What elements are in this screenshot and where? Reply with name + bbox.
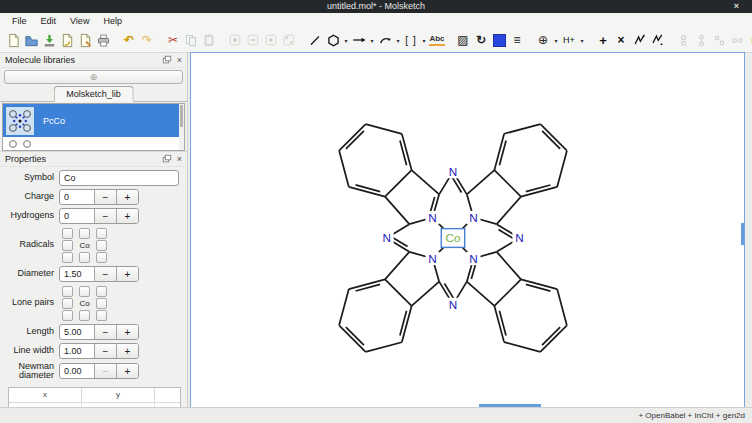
library-settings-button[interactable]: ⊛ (4, 70, 183, 84)
menu-help[interactable]: Help (96, 16, 129, 26)
zoom-fit-button[interactable] (280, 31, 298, 49)
bracket-tool-dropdown-caret[interactable]: ▾ (420, 37, 428, 44)
length-minus-button[interactable]: − (94, 325, 116, 339)
diameter-stepper: 1.50 − + (59, 266, 139, 282)
hydrogens-minus-button[interactable]: − (94, 209, 116, 223)
radical-checkbox[interactable] (96, 252, 107, 263)
bracket-tool-button[interactable]: [ ] (402, 31, 420, 49)
redo-button[interactable]: ↷ (138, 31, 156, 49)
charge-tool-button[interactable]: ⊕ (534, 31, 552, 49)
radical-checkbox[interactable] (62, 240, 73, 251)
molecule-drawing[interactable]: CoNNNNNNNN (328, 113, 578, 363)
hatch-tool-button[interactable]: ▨ (454, 31, 472, 49)
diameter-plus-button[interactable]: + (116, 267, 138, 281)
menu-edit[interactable]: Edit (34, 16, 64, 26)
length-plus-button[interactable]: + (116, 325, 138, 339)
open-file-button[interactable] (22, 31, 40, 49)
ring-tool-dropdown-caret[interactable]: ▾ (342, 37, 350, 44)
lone-pair-checkbox[interactable] (96, 310, 107, 321)
flip-horizontal-button[interactable] (630, 31, 648, 49)
line-width-plus-button[interactable]: + (116, 344, 138, 358)
zoom-original-button[interactable] (262, 31, 280, 49)
lone-pair-checkbox[interactable] (79, 286, 90, 297)
line-width-value[interactable]: 1.00 (60, 344, 94, 358)
paste-button[interactable] (200, 31, 218, 49)
ring-tool-icon (326, 33, 341, 48)
hydrogens-value[interactable]: 0 (60, 209, 94, 223)
rotate-tool-button[interactable]: ↻ (472, 31, 490, 49)
radical-checkbox[interactable] (79, 252, 90, 263)
mechanism-arrow-tool-button[interactable] (376, 31, 394, 49)
charge-value[interactable]: 0 (60, 190, 94, 204)
draw-tool-button[interactable] (306, 31, 324, 49)
radical-checkbox[interactable] (62, 252, 73, 263)
drawing-canvas[interactable]: CoNNNNNNNN (190, 52, 745, 408)
radical-checkbox[interactable] (79, 228, 90, 239)
newman-diameter-value[interactable]: 0.00 (60, 364, 94, 378)
close-panel-icon[interactable]: × (177, 56, 182, 65)
charge-plus-button[interactable]: + (116, 190, 138, 204)
zoom-in-button[interactable] (226, 31, 244, 49)
copy-button[interactable] (182, 31, 200, 49)
radical-checkbox[interactable] (62, 228, 73, 239)
charge-minus-button[interactable]: − (94, 190, 116, 204)
text-tool-icon: Abc (429, 34, 444, 46)
menu-view[interactable]: View (63, 16, 96, 26)
float-panel-icon[interactable] (162, 154, 172, 164)
canvas-vertical-scrollbar-thumb[interactable] (741, 223, 744, 245)
new-file-button[interactable] (4, 31, 22, 49)
newman-diameter-plus-button[interactable]: + (116, 364, 138, 378)
save-as-file-button[interactable] (58, 31, 76, 49)
text-tool-button[interactable]: Abc (428, 31, 446, 49)
delete-tool-button[interactable]: × (612, 31, 630, 49)
hydrogen-tool-button[interactable]: H+ (560, 31, 578, 49)
svg-text:N: N (449, 165, 457, 178)
flip-vertical-button[interactable] (648, 31, 666, 49)
menu-file[interactable]: File (5, 16, 34, 26)
newman-diameter-minus-button[interactable]: − (94, 364, 116, 378)
hydrogens-plus-button[interactable]: + (116, 209, 138, 223)
distribute-horizontal-button[interactable] (728, 31, 746, 49)
radical-checkbox[interactable] (96, 240, 107, 251)
lone-pair-checkbox[interactable] (62, 310, 73, 321)
reaction-arrow-tool-button[interactable] (350, 31, 368, 49)
radical-checkbox[interactable] (96, 228, 107, 239)
print-button[interactable] (94, 31, 112, 49)
lone-pair-checkbox[interactable] (62, 286, 73, 297)
tab-molsketch-lib[interactable]: Molsketch_lib (53, 86, 134, 102)
zoom-out-button[interactable] (244, 31, 262, 49)
lone-pair-checkbox[interactable] (96, 286, 107, 297)
charge-tool-dropdown-caret[interactable]: ▾ (552, 37, 560, 44)
library-scrollbar[interactable] (179, 104, 184, 150)
lone-pair-checkbox[interactable] (96, 298, 107, 309)
align-vertical-button[interactable] (674, 31, 692, 49)
toolbar-overflow-button[interactable]: ▶ (746, 31, 752, 49)
lone-pair-checkbox[interactable] (62, 298, 73, 309)
ring-tool-button[interactable] (324, 31, 342, 49)
align-horizontal-button[interactable] (692, 31, 710, 49)
distribute-vertical-button[interactable] (710, 31, 728, 49)
diameter-minus-button[interactable]: − (94, 267, 116, 281)
diameter-value[interactable]: 1.50 (60, 267, 94, 281)
line-width-minus-button[interactable]: − (94, 344, 116, 358)
line-width-button[interactable]: ≡ (508, 31, 526, 49)
hydrogens-label: Hydrogens (0, 211, 54, 220)
length-value[interactable]: 5.00 (60, 325, 94, 339)
lone-pair-checkbox[interactable] (79, 310, 90, 321)
reaction-arrow-dropdown-caret[interactable]: ▾ (368, 37, 376, 44)
mechanism-arrow-dropdown-caret[interactable]: ▾ (394, 37, 402, 44)
color-picker-button[interactable] (490, 31, 508, 49)
move-tool-button[interactable]: + (594, 31, 612, 49)
float-panel-icon[interactable] (162, 55, 172, 65)
cut-button[interactable]: ✂ (164, 31, 182, 49)
library-scrollbar-thumb[interactable] (180, 105, 183, 127)
window-close-button[interactable]: × (734, 0, 739, 13)
close-panel-icon[interactable]: × (177, 155, 182, 164)
hydrogen-tool-dropdown-caret[interactable]: ▾ (578, 37, 586, 44)
export-file-button[interactable] (76, 31, 94, 49)
library-item-partial[interactable] (3, 137, 184, 149)
library-item-pcco[interactable]: PcCo (3, 104, 184, 137)
save-file-button[interactable] (40, 31, 58, 49)
undo-button[interactable]: ↶ (120, 31, 138, 49)
symbol-input[interactable]: Co (59, 170, 179, 186)
